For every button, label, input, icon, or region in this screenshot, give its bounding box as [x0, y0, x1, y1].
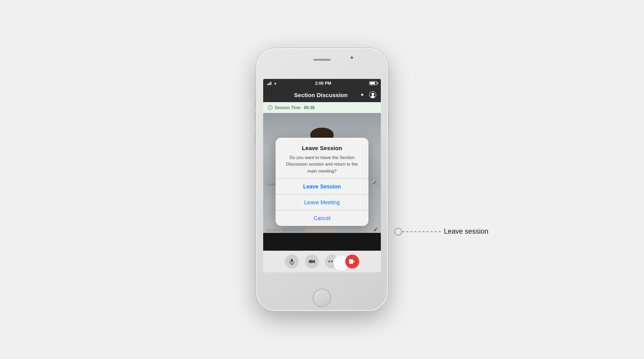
- leave-session-button[interactable]: [345, 255, 359, 268]
- dialog-title: Leave Session: [283, 145, 361, 151]
- svg-marker-4: [313, 260, 315, 263]
- home-button[interactable]: [313, 289, 331, 306]
- leave-meeting-button[interactable]: Leave Meeting: [276, 195, 368, 210]
- dialog-overlay: Leave Session Do you want to leave the S…: [263, 113, 381, 251]
- status-time: 2:00 PM: [315, 81, 331, 85]
- controls-bar: •••: [263, 251, 381, 272]
- dialog-message: Do you want to leave the Section Discuss…: [283, 154, 361, 174]
- nav-title: Section Discussion: [282, 92, 360, 98]
- session-time-value: 00:35: [304, 105, 315, 110]
- session-time-bar: Session Time: 00:35: [263, 102, 381, 113]
- svg-rect-3: [309, 260, 313, 263]
- volume-down-button: [255, 130, 256, 145]
- nav-icons: ✦: [360, 91, 376, 98]
- leave-session-dialog: Leave Session Do you want to leave the S…: [276, 138, 368, 226]
- status-bar: ▲ 2:00 PM: [263, 79, 381, 87]
- wifi-icon: ▲: [274, 81, 277, 85]
- power-button: [388, 110, 389, 131]
- dialog-header: Leave Session Do you want to leave the S…: [276, 138, 368, 178]
- leave-session-button[interactable]: Leave Session: [276, 179, 368, 194]
- video-sections: Giacom ⤢ 🎤 Barbara German (me): [263, 113, 381, 251]
- battery-icon: [369, 81, 377, 85]
- phone-screen: ▲ 2:00 PM Section Discussion ✦: [263, 79, 381, 272]
- annotation-dot: [394, 228, 402, 236]
- signal-icon: [267, 81, 271, 85]
- phone-mockup: ▲ 2:00 PM Section Discussion ✦: [256, 48, 388, 311]
- svg-rect-5: [349, 259, 353, 264]
- nav-bar: Section Discussion ✦: [263, 87, 381, 102]
- svg-rect-0: [291, 259, 293, 262]
- camera-button[interactable]: [305, 255, 319, 268]
- session-time-label: Session Time:: [275, 105, 301, 110]
- mic-button[interactable]: [285, 255, 299, 268]
- mute-button: [255, 98, 256, 108]
- phone-shell: ▲ 2:00 PM Section Discussion ✦: [256, 48, 388, 311]
- status-left: ▲: [267, 81, 277, 85]
- annotation-text: Leave session: [444, 227, 488, 236]
- earpiece: [313, 59, 331, 61]
- front-camera: [351, 56, 353, 59]
- annotation: Leave session: [394, 227, 488, 236]
- clock-icon: [268, 105, 272, 110]
- cancel-button[interactable]: Cancel: [276, 210, 368, 226]
- volume-up-button: [255, 112, 256, 127]
- annotation-line: [402, 231, 441, 232]
- profile-icon: [369, 91, 376, 98]
- bluetooth-icon: ✦: [360, 92, 365, 98]
